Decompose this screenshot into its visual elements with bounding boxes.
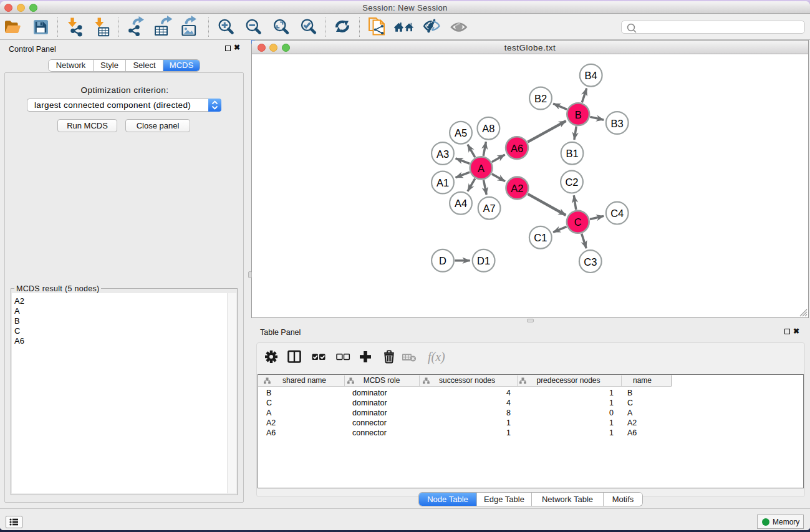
svg-text:A3: A3 [436, 148, 449, 160]
svg-text:B2: B2 [534, 93, 547, 104]
svg-text:B3: B3 [611, 118, 624, 129]
svg-text:B1: B1 [566, 148, 578, 159]
svg-text:A1: A1 [436, 177, 449, 188]
svg-text:C1: C1 [534, 232, 547, 243]
svg-text:A5: A5 [455, 127, 467, 138]
svg-text:D1: D1 [477, 255, 490, 266]
svg-text:D: D [439, 255, 446, 266]
svg-text:C3: C3 [584, 256, 597, 268]
svg-text:A8: A8 [482, 123, 494, 134]
svg-text:f(x): f(x) [428, 350, 445, 364]
svg-text:A: A [478, 163, 485, 174]
svg-text:A7: A7 [483, 203, 496, 214]
svg-text:B: B [575, 109, 582, 120]
svg-text:A6: A6 [511, 143, 523, 154]
svg-text:C4: C4 [610, 208, 624, 219]
svg-text:A2: A2 [511, 183, 523, 194]
svg-text:C2: C2 [565, 177, 578, 188]
svg-text:A4: A4 [455, 198, 467, 209]
svg-text:B4: B4 [585, 70, 597, 81]
svg-text:C: C [574, 216, 582, 228]
